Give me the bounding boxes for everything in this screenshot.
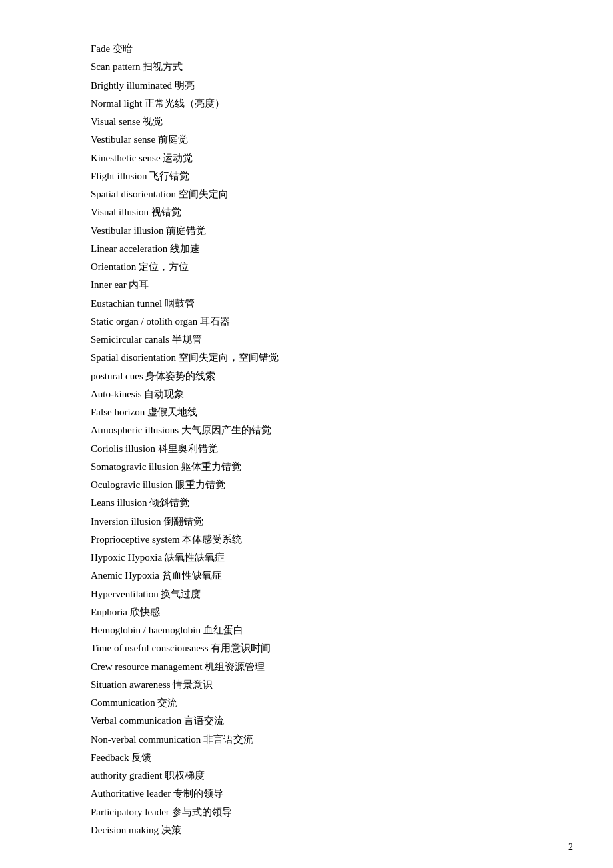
list-item: Hypoxic Hypoxia 缺氧性缺氧症 [91,549,522,566]
list-item: Authoritative leader 专制的领导 [91,785,522,802]
page-number: 2 [568,842,573,853]
list-item: Inner ear 内耳 [91,276,522,293]
list-item: Brightly illuminated 明亮 [91,77,522,94]
list-item: Leans illusion 倾斜错觉 [91,494,522,511]
list-item: Euphoria 欣快感 [91,603,522,621]
list-item: Verbal communication 言语交流 [91,712,522,729]
list-item: Coriolis illusion 科里奥利错觉 [91,440,522,457]
list-item: Somatogravic illusion 躯体重力错觉 [91,458,522,475]
list-item: Atmospheric illusions 大气原因产生的错觉 [91,421,522,439]
page-content: Fade 变暗Scan pattern 扫视方式Brightly illumin… [0,0,613,868]
list-item: Spatial disorientation 空间失定向，空间错觉 [91,349,522,366]
list-item: Non-verbal communication 非言语交流 [91,731,522,748]
list-item: Eustachian tunnel 咽鼓管 [91,295,522,312]
list-item: Decision making 决策 [91,821,522,839]
list-item: Visual sense 视觉 [91,113,522,130]
list-item: Static organ / otolith organ 耳石器 [91,313,522,330]
list-item: Inversion illusion 倒翻错觉 [91,513,522,530]
list-item: Linear acceleration 线加速 [91,240,522,257]
terms-list: Fade 变暗Scan pattern 扫视方式Brightly illumin… [91,40,522,839]
list-item: postural cues 身体姿势的线索 [91,367,522,385]
list-item: Crew resource management 机组资源管理 [91,658,522,675]
list-item: Fade 变暗 [91,40,522,57]
list-item: Normal light 正常光线（亮度） [91,95,522,112]
list-item: Auto-kinesis 自动现象 [91,385,522,403]
list-item: Orientation 定位，方位 [91,258,522,275]
list-item: Participatory leader 参与式的领导 [91,803,522,821]
list-item: Feedback 反馈 [91,749,522,766]
list-item: Scan pattern 扫视方式 [91,58,522,75]
list-item: Visual illusion 视错觉 [91,203,522,221]
list-item: Oculogravic illusion 眼重力错觉 [91,476,522,493]
list-item: Hyperventilation 换气过度 [91,585,522,603]
list-item: Hemoglobin / haemoglobin 血红蛋白 [91,621,522,639]
list-item: Communication 交流 [91,694,522,711]
list-item: Flight illusion 飞行错觉 [91,167,522,185]
list-item: Anemic Hypoxia 贫血性缺氧症 [91,567,522,584]
list-item: Situation awareness 情景意识 [91,676,522,693]
list-item: Vestibular sense 前庭觉 [91,131,522,148]
list-item: Proprioceptive system 本体感受系统 [91,531,522,548]
list-item: authority gradient 职权梯度 [91,767,522,784]
list-item: Semicircular canals 半规管 [91,331,522,348]
list-item: False horizon 虚假天地线 [91,403,522,421]
list-item: Time of useful consciousness 有用意识时间 [91,639,522,657]
list-item: Vestibular illusion 前庭错觉 [91,222,522,239]
list-item: Spatial disorientation 空间失定向 [91,185,522,203]
list-item: Kinesthetic sense 运动觉 [91,149,522,167]
